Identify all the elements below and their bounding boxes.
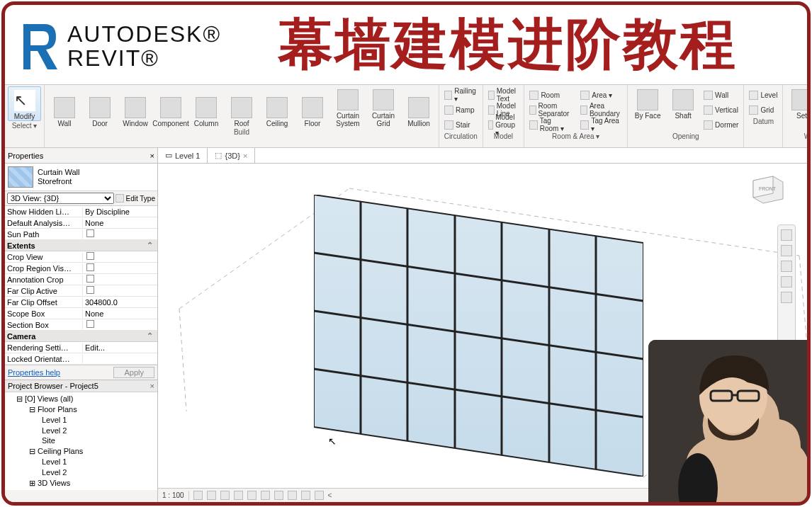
- tree-node[interactable]: ⊟ Floor Plans: [6, 404, 156, 415]
- prop-row[interactable]: Far Clip Active: [5, 285, 157, 297]
- edit-type-button[interactable]: Edit Type: [115, 194, 155, 203]
- select-panel-label[interactable]: Select ▾: [8, 121, 41, 131]
- roof-button[interactable]: Roof: [225, 94, 259, 127]
- room-room[interactable]: Room: [527, 88, 574, 102]
- properties-grid[interactable]: Show Hidden Li…By DisciplineDefault Anal…: [5, 206, 157, 365]
- prop-row[interactable]: Crop Region Vis…: [5, 263, 157, 274]
- room-tag-room-[interactable]: Tag Room ▾: [527, 118, 574, 132]
- temp-hide-icon[interactable]: [301, 491, 310, 500]
- model-model-text[interactable]: Model Text: [486, 88, 521, 102]
- area-area-[interactable]: Area ▾: [578, 88, 624, 102]
- byface-button[interactable]: By Face: [631, 86, 665, 120]
- checkbox[interactable]: [86, 320, 94, 328]
- cursor-icon: ↖: [328, 435, 337, 447]
- nav-wheel-icon[interactable]: [781, 229, 792, 241]
- view-tabs: Properties × ▭ Level 1 ⬚ {3D} ×: [5, 148, 807, 164]
- tab-close-icon[interactable]: ×: [243, 152, 247, 160]
- tree-node[interactable]: Level 2: [6, 467, 156, 478]
- scale-value[interactable]: 1 : 100: [162, 491, 184, 499]
- opening-dormer[interactable]: Dormer: [701, 118, 740, 132]
- wall-button[interactable]: Wall: [47, 94, 81, 127]
- prop-row[interactable]: Section Box: [5, 319, 157, 331]
- room-room-separator[interactable]: Room Separator: [527, 103, 574, 117]
- prop-row[interactable]: Annotation Crop: [5, 274, 157, 285]
- nav-zoom-icon[interactable]: [781, 261, 792, 272]
- door-button[interactable]: Door: [83, 94, 117, 127]
- circ-stair[interactable]: Stair: [442, 118, 480, 132]
- mullion-button[interactable]: Mullion: [402, 94, 436, 127]
- title-bar: AUTODESK® REVIT® 幕墙建模进阶教程: [5, 5, 807, 84]
- reveal-icon[interactable]: [315, 491, 324, 500]
- view-selector[interactable]: 3D View: {3D}: [7, 193, 114, 204]
- area-area-boundary[interactable]: Area Boundary: [578, 103, 624, 117]
- tab-level1[interactable]: ▭ Level 1: [158, 148, 208, 163]
- prop-row[interactable]: Sun Path: [5, 229, 157, 240]
- navigation-bar[interactable]: [777, 224, 796, 359]
- crop-icon[interactable]: [261, 491, 270, 500]
- curtain-grid-button[interactable]: CurtainGrid: [366, 86, 400, 127]
- roomarea-label[interactable]: Room & Area ▾: [527, 132, 624, 142]
- viewcube[interactable]: FRONT: [745, 171, 787, 207]
- browser-close-icon[interactable]: ×: [150, 382, 154, 390]
- prop-row[interactable]: Locked Orientat…: [5, 353, 157, 365]
- curtain-wall-model[interactable]: [314, 195, 643, 477]
- tree-node[interactable]: Level 1: [6, 457, 156, 467]
- column-button[interactable]: Column: [189, 94, 223, 127]
- opening-vertical[interactable]: Vertical: [701, 103, 740, 117]
- nav-pan-icon[interactable]: [781, 245, 792, 256]
- opening-wall[interactable]: Wall: [701, 88, 740, 102]
- properties-help-link[interactable]: Properties help: [8, 368, 60, 377]
- floor-button[interactable]: Floor: [295, 94, 329, 127]
- tree-node[interactable]: Level 1: [6, 415, 156, 426]
- crop-visible-icon[interactable]: [274, 491, 283, 500]
- checkbox[interactable]: [86, 275, 94, 283]
- datum-level[interactable]: Level: [747, 88, 779, 102]
- set-button[interactable]: Set: [786, 86, 807, 132]
- ceiling-button[interactable]: Ceiling: [260, 94, 294, 127]
- circ-ramp[interactable]: Ramp: [442, 103, 480, 117]
- component-button[interactable]: Component: [154, 94, 188, 127]
- type-selector[interactable]: Curtain Wall Storefront: [5, 164, 157, 191]
- modify-button[interactable]: ↖ Modify: [8, 86, 41, 121]
- checkbox[interactable]: [86, 263, 94, 271]
- curtain-system-button[interactable]: CurtainSystem: [331, 86, 365, 127]
- tree-node[interactable]: Level 2: [6, 426, 156, 436]
- visual-style-icon[interactable]: [207, 491, 216, 500]
- rendering-icon[interactable]: [247, 491, 256, 500]
- checkbox[interactable]: [86, 252, 94, 260]
- detail-level-icon[interactable]: [193, 491, 203, 500]
- circ-railing-[interactable]: Railing ▾: [442, 88, 480, 102]
- shaft-button[interactable]: Shaft: [666, 86, 700, 120]
- tree-node[interactable]: Site: [6, 435, 156, 446]
- prop-row[interactable]: Default Analysis…None: [5, 217, 157, 229]
- prop-row[interactable]: Rendering Setti…Edit...: [5, 342, 157, 353]
- checkbox[interactable]: [86, 229, 94, 237]
- datum-grid[interactable]: Grid: [747, 103, 779, 117]
- datum-label: Datum: [747, 117, 779, 127]
- nav-orbit-icon[interactable]: [781, 276, 792, 287]
- circulation-label: Circulation: [442, 132, 480, 142]
- area-tag-area-[interactable]: Tag Area ▾: [578, 118, 624, 132]
- window-button[interactable]: Window: [118, 94, 152, 127]
- prop-row[interactable]: Show Hidden Li…By Discipline: [5, 206, 157, 217]
- properties-close-icon[interactable]: ×: [150, 152, 154, 160]
- tab-3d[interactable]: ⬚ {3D} ×: [208, 148, 255, 163]
- project-browser[interactable]: Project Browser - Project5 × ⊟ [O] Views…: [5, 380, 157, 502]
- nav-lookat-icon[interactable]: [781, 292, 792, 303]
- prop-category[interactable]: Extents⌃: [5, 240, 157, 251]
- tree-node[interactable]: ⊞ 3D Views: [6, 478, 156, 489]
- prop-row[interactable]: Far Clip Offset304800.0: [5, 297, 157, 308]
- unlock-icon[interactable]: [288, 491, 297, 500]
- revit-r-icon: [18, 18, 62, 75]
- checkbox[interactable]: [86, 286, 94, 294]
- prop-row[interactable]: Crop View: [5, 251, 157, 263]
- prop-row[interactable]: Scope BoxNone: [5, 308, 157, 319]
- apply-button[interactable]: Apply: [113, 367, 154, 378]
- tree-node[interactable]: ⊟ [O] Views (all): [6, 394, 156, 404]
- sunpath-icon[interactable]: [220, 491, 230, 500]
- tree-node[interactable]: ⊟ Ceiling Plans: [6, 446, 156, 457]
- model-model-group-[interactable]: Model Group ▾: [486, 118, 521, 132]
- shadows-icon[interactable]: [234, 491, 243, 500]
- prop-category[interactable]: Camera⌃: [5, 331, 157, 342]
- 3d-canvas[interactable]: FRONT ↖ 1 : 100 <: [158, 164, 807, 502]
